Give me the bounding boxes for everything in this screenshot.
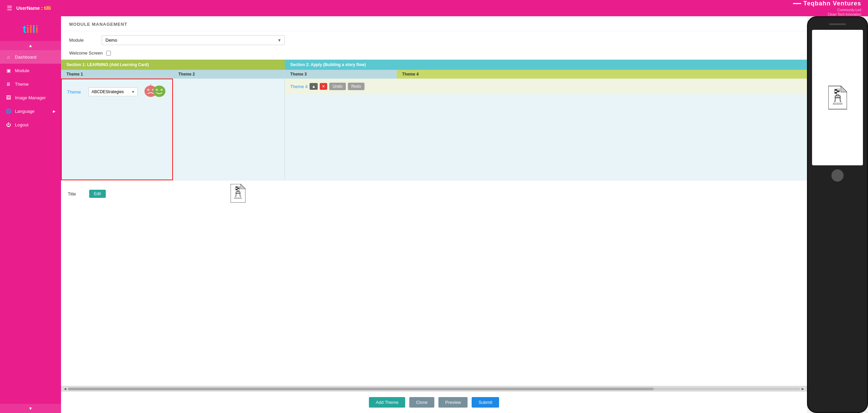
sidebar-item-image-manager[interactable]: 🖼 Image Manager	[0, 91, 61, 104]
theme4-col-header: Theme 4	[397, 70, 807, 79]
svg-rect-11	[237, 188, 239, 189]
section1-header: Section 1: LEARNING (Add Learning Card)	[61, 60, 285, 70]
theme-cols-header: Theme 1 Theme 2 Theme 3 Theme 4	[61, 70, 807, 79]
sidebar-item-theme[interactable]: 🖥 Theme	[0, 77, 61, 91]
page-title: MODULE MANAGEMENT	[69, 22, 799, 27]
svg-point-5	[160, 89, 163, 91]
theme4-controls: Theme 4 ▲ ✕ Undo Redo	[285, 79, 807, 94]
home-icon: ⌂	[5, 54, 12, 60]
sidebar: tilli ▲ ⌂ Dashboard ▣ Module 🖥 Theme 🖼 I…	[0, 16, 61, 413]
svg-rect-10	[235, 188, 237, 189]
theme1-field-label: Theme	[67, 89, 86, 95]
preview-button[interactable]: Preview	[438, 397, 468, 408]
theme4-up-button[interactable]: ▲	[310, 83, 318, 90]
svg-rect-19	[837, 89, 839, 91]
undo-button[interactable]: Undo	[329, 83, 346, 90]
svg-rect-9	[237, 186, 239, 188]
scroll-left-arrow[interactable]: ◀	[62, 387, 68, 391]
sidebar-nav: ⌂ Dashboard ▣ Module 🖥 Theme 🖼 Image Man…	[0, 50, 61, 404]
content-area: MODULE MANAGEMENT Module Demo Module 1 M…	[61, 16, 807, 413]
header-logo: Teqbahn Ventures Community-Led Clean Tec…	[793, 0, 861, 17]
header-username: UserName : tilli	[16, 5, 51, 11]
svg-marker-17	[841, 86, 847, 92]
svg-point-1	[147, 89, 150, 91]
svg-rect-8	[235, 186, 237, 188]
theme4-label: Theme 4	[290, 84, 308, 89]
welcome-screen-label: Welcome Screen	[69, 50, 103, 56]
theme2-panel	[173, 79, 285, 180]
edit-button[interactable]: Edit	[89, 190, 106, 198]
svg-rect-12	[235, 189, 237, 190]
welcome-screen-checkbox[interactable]	[106, 51, 111, 56]
phone-notch	[829, 23, 846, 25]
main-layout: tilli ▲ ⌂ Dashboard ▣ Module 🖥 Theme 🖼 I…	[0, 16, 868, 413]
svg-rect-18	[834, 89, 837, 91]
add-theme-button[interactable]: Add Theme	[369, 397, 405, 408]
svg-point-4	[156, 89, 158, 91]
theme3-col-header: Theme 3	[285, 70, 397, 79]
scroll-track[interactable]	[68, 388, 800, 390]
scroll-thumb[interactable]	[68, 388, 654, 390]
section2-header: Section 2: Apply (Building a story flow)	[285, 60, 807, 70]
phone-screen	[812, 30, 863, 165]
theme-content-area: Theme ABCDEStrategies Option 2 Option 3 …	[61, 79, 807, 180]
theme1-select-wrap: ABCDEStrategies Option 2 Option 3 ▼	[88, 87, 138, 96]
sidebar-item-dashboard[interactable]: ⌂ Dashboard	[0, 50, 61, 64]
welcome-row: Welcome Screen	[61, 49, 807, 60]
phone-preview	[807, 16, 868, 413]
module-row: Module Demo Module 1 Module 2 ▼	[61, 31, 807, 49]
svg-rect-22	[834, 92, 837, 94]
sidebar-logo: tilli	[0, 16, 61, 41]
logout-icon: ⏻	[5, 122, 12, 127]
sidebar-item-label: Dashboard	[15, 55, 37, 60]
phone-zip-icon	[828, 86, 847, 109]
svg-rect-20	[834, 90, 837, 92]
bottom-bar: Add Theme Clone Preview Submit	[61, 391, 807, 413]
theme4-delete-button[interactable]: ✕	[320, 83, 327, 90]
monitor-icon: 🖥	[5, 81, 12, 87]
clone-button[interactable]: Clone	[409, 397, 434, 408]
module-select[interactable]: Demo Module 1 Module 2	[102, 35, 285, 45]
chevron-right-icon: ▶	[53, 109, 56, 113]
tilli-logo: tilli	[23, 23, 38, 36]
theme1-col-header: Theme 1	[61, 70, 173, 79]
title-row: Title Edit	[61, 180, 807, 207]
zip-icon-area	[231, 184, 245, 204]
sidebar-item-logout[interactable]: ⏻ Logout	[0, 118, 61, 131]
module-label: Module	[69, 38, 96, 43]
svg-marker-7	[240, 184, 245, 189]
theater-masks-icon	[143, 83, 167, 100]
sidebar-item-label: Module	[15, 68, 29, 73]
svg-point-3	[153, 85, 165, 97]
page-header: MODULE MANAGEMENT	[61, 16, 807, 31]
redo-button[interactable]: Redo	[348, 83, 364, 90]
theme1-select[interactable]: ABCDEStrategies Option 2 Option 3	[88, 87, 138, 96]
sections-header: Section 1: LEARNING (Add Learning Card) …	[61, 60, 807, 70]
header-left: ☰ UserName : tilli	[7, 4, 51, 12]
module-select-wrap: Demo Module 1 Module 2 ▼	[102, 35, 285, 45]
horizontal-scrollbar[interactable]: ◀ ▶	[61, 386, 807, 391]
zip-file-icon	[231, 184, 245, 203]
module-icon: ▣	[5, 68, 12, 73]
sidebar-item-module[interactable]: ▣ Module	[0, 64, 61, 77]
svg-rect-13	[237, 189, 239, 190]
sidebar-item-label: Logout	[15, 122, 28, 127]
header: ☰ UserName : tilli Teqbahn Ventures Comm…	[0, 0, 868, 16]
sections-container: Section 1: LEARNING (Add Learning Card) …	[61, 60, 807, 386]
hamburger-icon[interactable]: ☰	[7, 4, 12, 12]
sidebar-item-language[interactable]: 🌐 Language ▶	[0, 104, 61, 118]
title-label: Title	[68, 191, 86, 197]
sidebar-item-label: Language	[15, 109, 35, 114]
sidebar-scroll-down[interactable]: ▼	[0, 404, 61, 413]
theme3-4-area: Theme 4 ▲ ✕ Undo Redo	[285, 79, 807, 180]
sidebar-item-label: Image Manager	[15, 95, 46, 100]
submit-button[interactable]: Submit	[472, 397, 499, 408]
theme1-panel: Theme ABCDEStrategies Option 2 Option 3 …	[61, 79, 173, 180]
language-icon: 🌐	[5, 108, 12, 114]
sidebar-scroll-up[interactable]: ▲	[0, 41, 61, 50]
svg-rect-21	[837, 90, 839, 92]
sidebar-item-label: Theme	[15, 82, 28, 87]
image-icon: 🖼	[5, 95, 12, 100]
theme2-col-header: Theme 2	[173, 70, 285, 79]
scroll-right-arrow[interactable]: ▶	[800, 387, 806, 391]
